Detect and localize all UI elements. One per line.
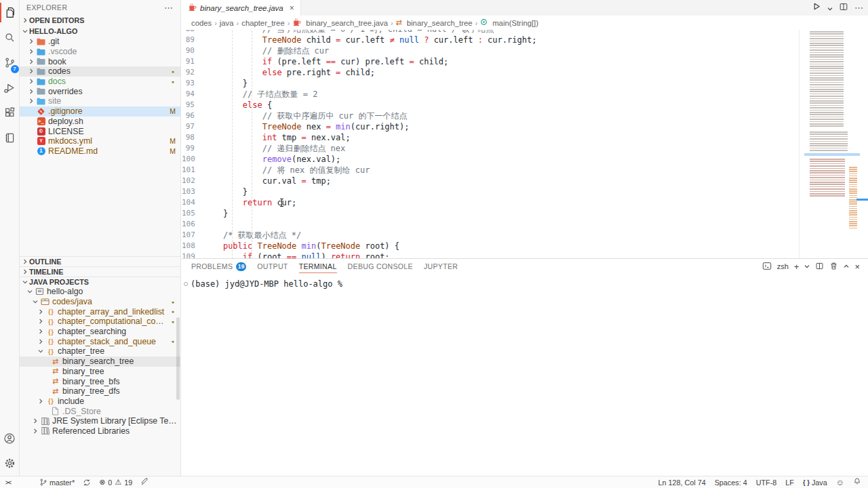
launch-rocket-icon[interactable] — [140, 477, 149, 487]
chevron-right-icon[interactable] — [26, 98, 35, 104]
kill-terminal-icon[interactable] — [829, 262, 838, 272]
split-terminal-icon[interactable] — [815, 262, 824, 272]
file-row[interactable]: ©LICENSE — [20, 126, 180, 136]
file-row[interactable]: .gitignoreM — [20, 106, 180, 117]
folder-row[interactable]: overrides — [20, 86, 180, 96]
file-row[interactable]: .DS_Store — [20, 406, 180, 416]
chevron-right-icon[interactable] — [26, 59, 35, 64]
chevron-right-icon[interactable] — [36, 319, 45, 324]
file-row[interactable]: ⇄binary_tree_bfs — [20, 376, 180, 386]
editor-more-icon[interactable]: ⋯ — [854, 3, 864, 13]
file-row[interactable]: ⇄binary_tree — [20, 367, 180, 377]
panel-tab-terminal[interactable]: TERMINAL — [299, 259, 337, 274]
code-line[interactable]: 100 remove(nex.val); — [182, 154, 799, 165]
file-row[interactable]: { }chapter_array_and_linkedlist● — [20, 306, 180, 317]
cursor-position[interactable]: Ln 128, Col 74 — [658, 479, 705, 487]
breadcrumb-item[interactable]: binary_search_tree.java — [292, 18, 388, 28]
settings-gear-icon[interactable] — [0, 451, 20, 476]
code-line[interactable]: 91 if (pre.left == cur) pre.left = child… — [182, 56, 799, 67]
chevron-right-icon[interactable] — [26, 49, 35, 54]
terminal[interactable]: (base) jyd@JYD-MBP hello-algo % — [182, 274, 868, 289]
file-row[interactable]: { }chapter_searching — [20, 327, 180, 337]
breadcrumb-item[interactable]: main(String[]) — [480, 18, 538, 27]
file-row[interactable]: hello-algo — [20, 287, 180, 297]
chevron-right-icon[interactable] — [36, 339, 45, 344]
maximize-panel-icon[interactable] — [844, 262, 849, 270]
folder-row[interactable]: .git — [20, 37, 180, 47]
language-mode[interactable]: { } Java — [803, 479, 827, 487]
breadcrumb-item[interactable]: ⇄binary_search_tree — [396, 18, 473, 27]
chevron-right-icon[interactable] — [26, 39, 35, 44]
code-line[interactable]: 108 public TreeNode min(TreeNode root) { — [182, 241, 799, 251]
breadcrumb-item[interactable]: codes — [191, 19, 212, 27]
eol-sequence[interactable]: LF — [785, 479, 794, 487]
chevron-right-icon[interactable] — [31, 418, 39, 424]
chevron-right-icon[interactable] — [26, 68, 35, 74]
file-row[interactable]: >_deploy.sh — [20, 117, 180, 127]
feedback-smiley-icon[interactable]: ☺ — [836, 478, 844, 487]
java-projects-header[interactable]: JAVA PROJECTS — [20, 277, 180, 287]
chevron-down-icon[interactable] — [25, 289, 34, 294]
file-row[interactable]: iREADME.mdM — [20, 146, 180, 157]
split-editor-icon[interactable] — [839, 2, 848, 14]
panel-tab-jupyter[interactable]: JUPYTER — [424, 259, 458, 274]
chevron-right-icon[interactable] — [31, 428, 39, 434]
file-row[interactable]: JRE System Library [Eclipse Temurin 17 [… — [20, 416, 180, 426]
folder-row[interactable]: book — [20, 56, 180, 66]
code-line[interactable]: 99 // 递归删除结点 nex — [182, 143, 799, 154]
breadcrumb-item[interactable]: chapter_tree — [241, 19, 284, 27]
code-line[interactable]: 102 cur.val = tmp; — [182, 176, 799, 186]
panel-tab-output[interactable]: OUTPUT — [257, 259, 288, 274]
chevron-right-icon[interactable] — [36, 329, 45, 334]
chevron-down-icon[interactable] — [31, 299, 39, 304]
code-editor[interactable]: 88 // 当子结点数量 = 0 / 1 时, child = null / 该… — [182, 30, 799, 258]
file-row[interactable]: codes/java● — [20, 297, 180, 307]
run-button[interactable] — [811, 1, 821, 14]
code-line[interactable]: 93 } — [182, 78, 799, 89]
branch-indicator[interactable]: master* — [39, 478, 75, 487]
source-control-icon[interactable]: 7 — [0, 50, 20, 75]
folder-row[interactable]: .vscode — [20, 47, 180, 57]
code-line[interactable]: 96 // 获取中序遍历中 cur 的下一个结点 — [182, 110, 799, 121]
code-line[interactable]: 92 else pre.right = child; — [182, 67, 799, 78]
terminal-dropdown-icon[interactable] — [804, 262, 810, 270]
chevron-right-icon[interactable] — [36, 399, 45, 404]
code-line[interactable]: 103 } — [182, 186, 799, 197]
folder-row[interactable]: docs● — [20, 77, 180, 87]
file-row[interactable]: { }chapter_computational_complexity● — [20, 317, 180, 327]
code-line[interactable]: 94 // 子结点数量 = 2 — [182, 89, 799, 100]
panel-tab-problems[interactable]: PROBLEMS19 — [191, 259, 246, 274]
sidebar-scrollbar[interactable] — [176, 317, 180, 400]
file-row[interactable]: ⇄binary_tree_dfs — [20, 386, 180, 396]
file-row[interactable]: { }chapter_tree — [20, 346, 180, 357]
chevron-right-icon[interactable] — [36, 309, 45, 314]
code-line[interactable]: 88 // 当子结点数量 = 0 / 1 时, child = null / 该… — [182, 30, 799, 35]
tab-binary-search-tree[interactable]: binary_search_tree.java × — [182, 0, 301, 16]
code-line[interactable]: 104 return cur; — [182, 197, 799, 208]
search-icon[interactable] — [0, 25, 20, 50]
sync-button[interactable] — [83, 479, 91, 487]
folder-row[interactable]: site — [20, 96, 180, 106]
notifications-bell-icon[interactable] — [853, 477, 861, 487]
close-panel-icon[interactable]: × — [854, 262, 860, 272]
chevron-right-icon[interactable] — [26, 79, 35, 84]
notebook-icon[interactable] — [0, 125, 20, 150]
extensions-icon[interactable] — [0, 100, 20, 125]
indentation[interactable]: Spaces: 4 — [715, 479, 747, 487]
code-line[interactable]: 101 // 将 nex 的值复制给 cur — [182, 165, 799, 176]
run-debug-icon[interactable] — [0, 75, 20, 100]
encoding[interactable]: UTF-8 — [756, 479, 777, 487]
code-line[interactable]: 95 else { — [182, 100, 799, 110]
explorer-icon[interactable] — [0, 0, 20, 25]
file-row[interactable]: ⇄binary_search_tree — [20, 357, 180, 367]
chevron-right-icon[interactable] — [26, 89, 35, 94]
code-line[interactable]: 107 /* 获取最小结点 */ — [182, 230, 799, 241]
panel-tab-debug-console[interactable]: DEBUG CONSOLE — [348, 259, 413, 274]
accounts-icon[interactable] — [0, 426, 20, 451]
file-row[interactable]: Ymkdocs.ymlM — [20, 136, 180, 146]
code-line[interactable]: 97 TreeNode nex = min(cur.right); — [182, 121, 799, 132]
explorer-more-icon[interactable]: ⋯ — [164, 3, 174, 13]
breadcrumb-item[interactable]: java — [220, 19, 234, 27]
code-line[interactable]: 105 } — [182, 208, 799, 219]
file-row[interactable]: Referenced Libraries — [20, 426, 180, 436]
